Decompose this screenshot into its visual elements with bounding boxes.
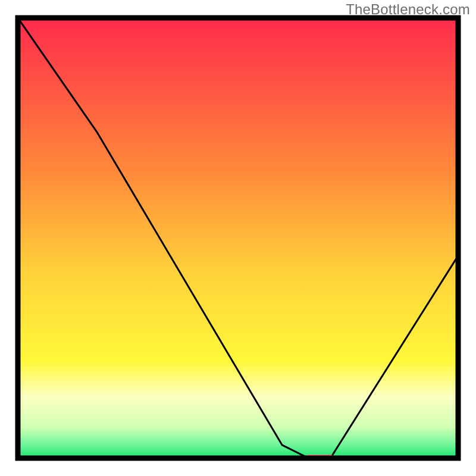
chart-background [18, 18, 458, 458]
watermark-label: TheBottleneck.com [346, 1, 470, 18]
bottleneck-chart [0, 0, 476, 476]
chart-container: TheBottleneck.com [0, 0, 476, 476]
